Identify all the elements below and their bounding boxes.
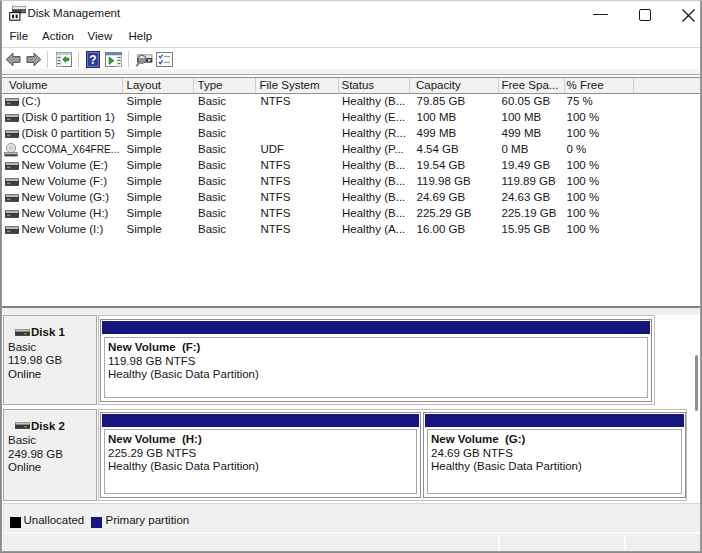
svg-text:?: ?	[89, 53, 96, 67]
